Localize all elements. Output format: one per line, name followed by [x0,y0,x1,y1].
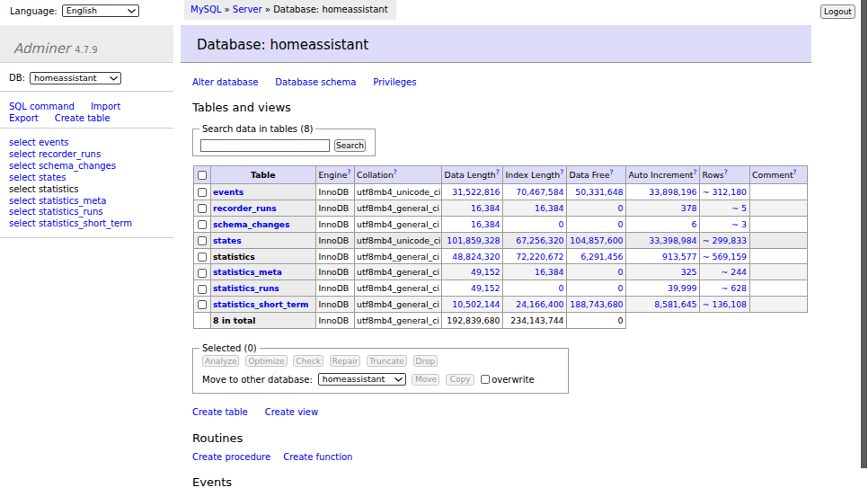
row-checkbox[interactable] [198,220,207,229]
cell-data-free[interactable]: 0 [618,267,624,277]
cell-index-length[interactable]: 72,220,672 [516,252,563,262]
row-checkbox[interactable] [198,253,207,262]
cell-rows[interactable]: ~ 136,108 [703,299,747,309]
privileges-link[interactable]: Privileges [373,77,416,87]
cell-data-length[interactable]: 16,384 [471,219,500,229]
breadcrumb-link-server[interactable]: Server [233,4,262,14]
sidebar-table-link[interactable]: select statistics_short_term [9,218,173,230]
cell-data-length[interactable]: 10,502,144 [452,299,500,309]
row-checkbox[interactable] [198,300,207,309]
cell-index-length[interactable]: 0 [559,219,564,229]
cell-index-length[interactable]: 67,256,320 [516,235,563,245]
cell-rows[interactable]: ~ 5 [731,203,747,213]
doc-help-link[interactable]: ? [609,168,613,176]
overwrite-checkbox[interactable] [481,375,490,384]
logout-button[interactable]: Logout [820,4,855,19]
row-checkbox[interactable] [198,236,207,245]
sidebar-link-sql-command[interactable]: SQL command [9,101,75,112]
db-select[interactable]: homeassistant [30,72,121,84]
cell-rows[interactable]: ~ 628 [722,283,748,293]
doc-help-link[interactable]: ? [394,168,397,176]
optimize-button[interactable]: Optimize [245,355,287,367]
sidebar-table-link[interactable]: select states [9,173,173,184]
breadcrumb-link-mysql[interactable]: MySQL [190,4,221,14]
sidebar-table-link[interactable]: select schema_changes [9,161,173,173]
sidebar-table-link[interactable]: select statistics_meta [9,196,173,208]
row-checkbox[interactable] [198,188,207,197]
cell-rows[interactable]: ~ 299,833 [703,235,747,245]
cell-auto-increment[interactable]: 913,577 [662,252,696,262]
cell-data-free[interactable]: 50,331,648 [575,187,623,197]
doc-help-link[interactable]: ? [693,168,696,176]
truncate-button[interactable]: Truncate [367,355,407,367]
cell-auto-increment[interactable]: 6 [692,219,697,229]
create-procedure-link[interactable]: Create procedure [192,452,270,462]
doc-help-link[interactable]: ? [347,168,350,176]
search-button[interactable]: Search [334,139,366,152]
sidebar-table-link[interactable]: select recorder_runs [9,149,173,161]
cell-data-free[interactable]: 0 [618,283,624,293]
select-all-checkbox[interactable] [198,171,207,180]
cell-data-free[interactable]: 104,857,600 [570,235,623,245]
table-name-link[interactable]: statistics_short_term [213,300,308,309]
cell-data-free[interactable]: 0 [618,203,624,213]
cell-auto-increment[interactable]: 39,999 [668,283,697,293]
row-checkbox[interactable] [198,269,207,278]
cell-data-length[interactable]: 48,824,320 [452,252,500,262]
cell-index-length[interactable]: 0 [559,283,564,293]
table-name-link[interactable]: recorder_runs [213,204,277,213]
cell-rows[interactable]: ~ 569,159 [703,252,747,262]
sidebar-link-create-table[interactable]: Create table [55,112,111,124]
row-checkbox[interactable] [198,204,207,213]
drop-button[interactable]: Drop [413,355,438,367]
language-select[interactable]: English [62,4,139,17]
cell-auto-increment[interactable]: 378 [681,203,697,213]
table-name-link[interactable]: schema_changes [213,220,289,229]
search-input[interactable] [200,139,330,152]
alter-database-link[interactable]: Alter database [192,77,258,87]
database-schema-link[interactable]: Database schema [275,77,356,87]
cell-data-length[interactable]: 16,384 [471,203,500,213]
analyze-button[interactable]: Analyze [202,355,239,367]
row-checkbox[interactable] [198,285,207,294]
cell-rows[interactable]: ~ 244 [722,267,748,277]
cell-auto-increment[interactable]: 8,581,645 [654,299,696,309]
repair-button[interactable]: Repair [330,355,361,367]
doc-help-link[interactable]: ? [496,168,500,176]
sidebar-link-import[interactable]: Import [91,101,120,112]
create-table-link[interactable]: Create table [192,407,248,417]
create-view-link[interactable]: Create view [265,407,318,417]
cell-index-length[interactable]: 70,467,584 [516,187,563,197]
sidebar-link-export[interactable]: Export [9,112,39,124]
cell-data-free[interactable]: 0 [618,219,624,229]
doc-help-link[interactable]: ? [724,168,728,176]
cell-rows[interactable]: ~ 312,180 [703,187,747,197]
cell-index-length[interactable]: 16,384 [535,267,564,277]
cell-index-length[interactable]: 24,166,400 [516,299,563,309]
move-button[interactable]: Move [412,374,439,386]
cell-data-free[interactable]: 188,743,680 [570,299,623,309]
copy-button[interactable]: Copy [446,374,474,386]
table-name-link[interactable]: events [213,188,244,197]
doc-help-link[interactable]: ? [560,168,563,176]
cell-auto-increment[interactable]: 33,398,984 [649,235,696,245]
cell-auto-increment[interactable]: 325 [681,267,697,277]
sidebar-table-link[interactable]: select statistics_runs [9,207,173,218]
scrollbar-thumb[interactable] [861,0,867,468]
table-name-link[interactable]: states [213,236,242,245]
cell-data-length[interactable]: 101,859,328 [447,235,500,245]
cell-data-length[interactable]: 49,152 [471,283,500,293]
cell-data-length[interactable]: 31,522,816 [452,187,500,197]
move-database-select[interactable]: homeassistant [318,373,406,386]
cell-data-length[interactable]: 49,152 [471,267,500,277]
check-button[interactable]: Check [293,355,323,367]
cell-auto-increment[interactable]: 33,898,196 [649,187,696,197]
cell-index-length[interactable]: 16,384 [535,203,564,213]
cell-rows[interactable]: ~ 3 [731,219,747,229]
table-name-link[interactable]: statistics_runs [213,284,279,293]
create-function-link[interactable]: Create function [283,452,352,462]
table-name-link[interactable]: statistics_meta [213,268,282,277]
doc-help-link[interactable]: ? [793,168,797,176]
cell-data-free[interactable]: 6,291,456 [580,252,623,262]
sidebar-table-link[interactable]: select events [9,138,173,149]
